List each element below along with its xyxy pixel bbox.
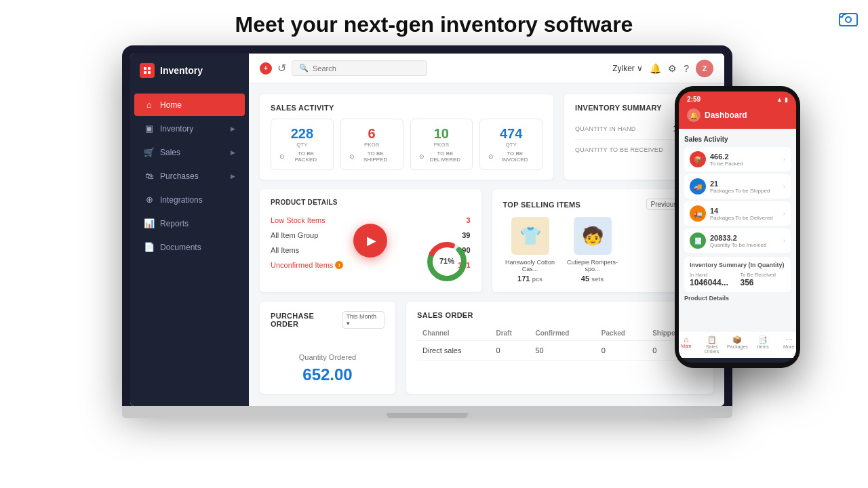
packed-desc: ⊙ TO BE PACKED [279, 150, 325, 163]
ts-item-1-name: Cutiepie Rompers-spo... [566, 259, 620, 272]
phone-inv-row: In Hand 1046044... To Be Received 356 [690, 272, 785, 287]
phone-nav-packages[interactable]: 📦 Packages [725, 334, 751, 355]
ts-item-0-name: Hanswooly Cotton Cas... [503, 259, 557, 272]
col-draft: Draft [490, 326, 530, 341]
page-title: Meet your next-gen inventory software [235, 0, 633, 45]
metric-to-be-packed: 228 Qty ⊙ TO BE PACKED [271, 119, 334, 170]
phone-metric-1: 🚚 21 Packages To be Shipped › [684, 174, 791, 199]
sidebar-logo: Inventory [130, 54, 249, 87]
logo-icon [140, 63, 155, 78]
phone-metric-2-arrow: › [783, 210, 785, 217]
ts-item-1-image: 🧒 [574, 217, 612, 255]
phone-signal: ▲ ▮ [776, 96, 788, 103]
so-confirmed-0: 50 [530, 341, 595, 361]
so-draft-0: 0 [490, 341, 530, 361]
sales-activity-card: Sales Activity 228 Qty ⊙ TO BE PACKED [260, 94, 553, 180]
delivered-number: 10 [419, 126, 465, 142]
packed-label: Qty [279, 142, 325, 148]
so-table: Channel Draft Confirmed Packed Shipped [417, 326, 703, 361]
inv-in-hand-label: QUANTITY IN HAND [575, 125, 636, 132]
sales-order-card: SALES ORDER Channel Draft Confirmed Pack… [406, 302, 713, 394]
phone-metric-3-value: 20833.2 [710, 234, 779, 242]
search-input[interactable] [313, 64, 414, 73]
phone-inv-summary: Inventory Summary (In Quantity) In Hand … [684, 257, 791, 292]
phone-metric-2-dot: 🚛 [690, 205, 706, 222]
phone-metric-1-label: Packages To be Shipped [710, 188, 779, 194]
sidebar-nav: ⌂ Home ▣ Inventory ▶ 🛒 Sales ▶ [130, 87, 249, 406]
purchases-icon: 🛍 [144, 171, 155, 181]
svg-rect-2 [144, 67, 146, 70]
phone-metric-2-label: Packages To be Delivered [710, 215, 779, 221]
metric-to-be-invoiced: 474 Qty ⊙ TO BE INVOICED [479, 119, 542, 170]
phone-metric-0-label: To be Packed [710, 161, 779, 167]
sales-icon: 🛒 [144, 147, 155, 157]
phone-nav-items[interactable]: 📑 Items [750, 334, 776, 355]
col-channel: Channel [417, 326, 490, 341]
shipped-icon: ⊙ [349, 153, 355, 160]
invoiced-label: Qty [488, 142, 534, 148]
warning-icon: ! [335, 261, 343, 269]
reports-icon: 📊 [144, 218, 155, 228]
phone-metric-0-info: 466.2 To be Packed [710, 152, 779, 167]
phone-metric-1-info: 21 Packages To be Shipped [710, 180, 779, 194]
phone-header: 🔔 Dashboard [679, 106, 796, 129]
so-title: SALES ORDER [417, 311, 703, 319]
sidebar-item-integrations[interactable]: ⊕ Integrations [134, 188, 245, 211]
phone-metric-1-arrow: › [783, 183, 785, 190]
help-icon[interactable]: ? [684, 63, 689, 74]
so-row-0: Direct sales 0 50 0 0 [417, 341, 703, 361]
delivered-desc: ⊙ TO BE DELIVERED [419, 150, 465, 163]
wifi-icon: ▲ [776, 96, 783, 103]
phone-time: 2:59 [687, 96, 701, 103]
sidebar-item-purchases[interactable]: 🛍 Purchases ▶ [134, 165, 245, 187]
sidebar-item-sales[interactable]: 🛒 Sales ▶ [134, 141, 245, 163]
po-period[interactable]: This Month ▾ [342, 311, 385, 329]
battery-icon: ▮ [785, 96, 788, 103]
bell-icon[interactable]: 🔔 [650, 63, 661, 74]
sidebar-item-documents[interactable]: 📄 Documents [134, 236, 245, 258]
sidebar: Inventory ⌂ Home ▣ Inventory ▶ [130, 54, 249, 406]
phone-metric-2-info: 14 Packages To be Delivered [710, 207, 779, 221]
sidebar-documents-label: Documents [160, 243, 201, 252]
gear-icon[interactable]: ⚙ [668, 63, 677, 74]
so-packed-0: 0 [596, 341, 647, 361]
col-packed: Packed [596, 326, 647, 341]
sidebar-item-home[interactable]: ⌂ Home [134, 94, 245, 116]
phone-nav-sales[interactable]: 📋 Sales Orders [699, 334, 725, 355]
phone-nav-more[interactable]: ⋯ More [776, 334, 796, 355]
invoiced-icon: ⊙ [488, 153, 494, 160]
screenshot-icon [839, 10, 858, 33]
shipped-number: 6 [349, 126, 395, 142]
top-row: Sales Activity 228 Qty ⊙ TO BE PACKED [260, 94, 713, 180]
so-table-header: Channel Draft Confirmed Packed Shipped [417, 326, 703, 341]
po-content: Quantity Ordered 652.00 [271, 340, 384, 384]
sidebar-item-inventory[interactable]: ▣ Inventory ▶ [134, 117, 245, 140]
pd-unconfirmed-label: Unconfirmed Items ! [271, 261, 343, 269]
purchases-arrow-icon: ▶ [231, 173, 235, 180]
user-avatar[interactable]: Z [696, 60, 713, 77]
ts-item-1-qty: 45 sets [566, 274, 620, 283]
svg-rect-4 [144, 71, 146, 74]
phone-metric-0: 📦 466.2 To be Packed › [684, 147, 791, 171]
svg-text:71%: 71% [439, 257, 454, 265]
sales-metrics: 228 Qty ⊙ TO BE PACKED 6 [271, 119, 542, 170]
top-selling-header: TOP SELLING ITEMS Previous Year ▾ [503, 199, 703, 210]
sales-activity-title: Sales Activity [271, 104, 542, 112]
middle-row: PRODUCT DETAILS Low Stock Items 3 All It… [260, 189, 713, 292]
phone-nav-home[interactable]: ⌂ Main [679, 334, 699, 355]
packed-icon: ⊙ [279, 153, 285, 160]
phone-inv-to-receive-value: 356 [741, 278, 786, 287]
purchase-order-card: PURCHASE ORDER This Month ▾ Quantity Ord… [260, 302, 395, 394]
home-icon: ⌂ [144, 100, 155, 110]
sidebar-item-reports[interactable]: 📊 Reports [134, 212, 245, 235]
inv-to-receive-label: QUANTITY TO BE RECEIVED [575, 146, 663, 153]
play-button[interactable] [353, 224, 387, 258]
phone-metric-1-dot: 🚚 [690, 178, 706, 195]
po-title: PURCHASE ORDER [271, 312, 342, 328]
phone-product-title: Product Details [684, 295, 791, 302]
packed-number: 228 [279, 126, 325, 142]
top-bar-right: Zylker ∨ 🔔 ⚙ ? Z [612, 60, 713, 77]
history-button[interactable]: ↺ [277, 62, 286, 75]
notification-dot[interactable]: + [260, 62, 272, 75]
laptop: Inventory ⌂ Home ▣ Inventory ▶ [122, 45, 732, 418]
